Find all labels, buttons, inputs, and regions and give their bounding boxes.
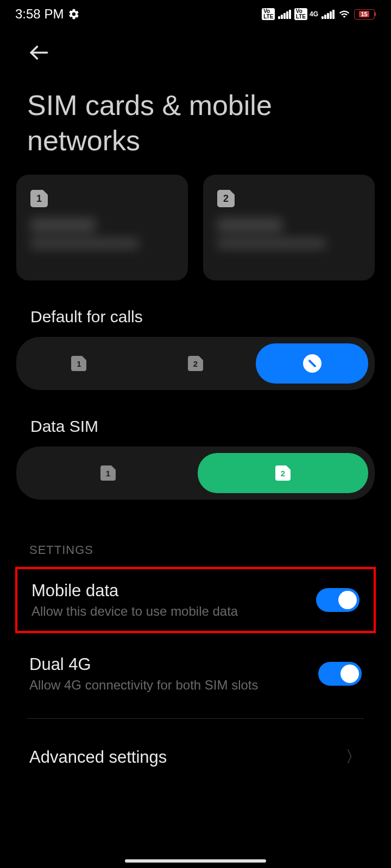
sim-card-1[interactable]: 1 xyxy=(16,175,188,280)
sim-2-small-icon: 2 xyxy=(188,356,203,371)
sim-1-icon: 1 xyxy=(30,190,48,207)
default-calls-label: Default for calls xyxy=(0,280,391,337)
status-bar: 3:58 PM VoLTE VoLTE 4G 15 xyxy=(0,0,391,28)
signal-icon-2 xyxy=(321,9,335,19)
page-title: SIM cards & mobile networks xyxy=(0,72,391,175)
battery-level: 15 xyxy=(359,11,369,17)
advanced-settings-row[interactable]: Advanced settings 〉 xyxy=(0,719,391,768)
sim-card-2[interactable]: 2 xyxy=(203,175,375,280)
mobile-data-subtitle: Allow this device to use mobile data xyxy=(31,604,316,619)
gear-icon xyxy=(68,8,80,20)
default-calls-selector: 1 2 xyxy=(16,337,375,390)
signal-icon-1 xyxy=(278,9,291,19)
battery-icon: 15 xyxy=(354,9,376,20)
dual-4g-toggle[interactable] xyxy=(318,662,362,686)
sim-1-info-blurred xyxy=(30,218,174,248)
status-time: 3:58 PM xyxy=(15,7,64,22)
sim-2-info-blurred xyxy=(217,218,361,248)
default-calls-sim2[interactable]: 2 xyxy=(140,343,252,384)
mobile-data-title: Mobile data xyxy=(31,581,316,601)
default-calls-sim1[interactable]: 1 xyxy=(23,343,135,384)
wifi-icon xyxy=(338,9,351,20)
mobile-data-row[interactable]: Mobile data Allow this device to use mob… xyxy=(17,569,374,631)
data-sim-1[interactable]: 1 xyxy=(23,453,193,493)
sim-1-small-icon-data: 1 xyxy=(100,465,116,481)
volte-icon-2: VoLTE xyxy=(294,8,307,20)
data-sim-label: Data SIM xyxy=(0,390,391,446)
chevron-right-icon: 〉 xyxy=(345,746,362,768)
default-calls-ask[interactable] xyxy=(256,343,368,384)
sim-1-small-icon: 1 xyxy=(71,356,86,371)
settings-section-header: SETTINGS xyxy=(0,500,391,567)
data-sim-2[interactable]: 2 xyxy=(198,453,368,493)
volte-icon-1: VoLTE xyxy=(262,8,275,20)
advanced-settings-label: Advanced settings xyxy=(29,748,167,767)
dual-4g-row[interactable]: Dual 4G Allow 4G connectivity for both S… xyxy=(0,643,391,705)
highlighted-mobile-data-row: Mobile data Allow this device to use mob… xyxy=(15,567,376,633)
mobile-data-toggle[interactable] xyxy=(316,588,360,612)
back-button[interactable] xyxy=(27,39,54,66)
home-indicator[interactable] xyxy=(125,859,266,863)
sim-2-small-icon-data: 2 xyxy=(275,465,291,481)
data-sim-selector: 1 2 xyxy=(16,446,375,500)
sim-2-icon: 2 xyxy=(217,190,235,207)
not-set-icon xyxy=(303,354,321,373)
network-4g-label: 4G xyxy=(310,10,318,18)
dual-4g-title: Dual 4G xyxy=(29,655,318,674)
dual-4g-subtitle: Allow 4G connectivity for both SIM slots xyxy=(29,678,318,693)
